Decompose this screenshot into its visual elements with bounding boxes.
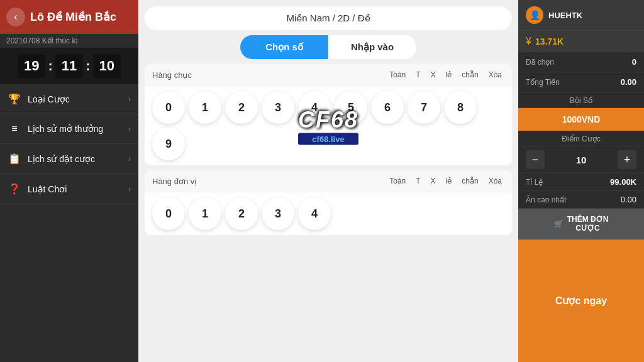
boi-so-label: Bội Số [518,92,644,108]
hang-chuc-section: Hàng chục Toàn T X lẻ chẵn Xóa 0 1 2 3 4… [145,64,512,165]
timer-seconds: 10 [93,54,121,78]
hang-chuc-actions: Toàn T X lẻ chẵn Xóa [209,69,504,80]
game-title: Miền Nam / 2D / Đề [145,6,512,30]
list-icon: ≡ [8,123,21,134]
back-icon: ‹ [14,11,17,23]
bet-amount-button[interactable]: 1000VND [518,108,644,131]
da-chon-label: Đã chọn [526,58,554,67]
them-don-label: THÊM ĐƠNCƯỢC [567,215,609,233]
hang-chuc-grid: 0 1 2 3 4 5 6 7 8 9 CF68 cf68.live [145,86,512,165]
num-chuc-6[interactable]: 6 [371,91,404,124]
arrow-icon-2: › [128,155,131,163]
arrow-icon-0: › [128,95,131,104]
an-cao-value: 0.00 [621,195,636,204]
num-donvi-2[interactable]: 2 [225,197,258,230]
action-x-1[interactable]: X [428,69,438,80]
timer-hours: 19 [18,54,45,78]
num-donvi-4[interactable]: 4 [298,197,331,230]
timer-colon2: : [86,58,90,74]
num-chuc-4[interactable]: 4 [298,91,331,124]
tab-nhap-vao[interactable]: Nhập vào [328,35,416,59]
action-chan-1[interactable]: chẵn [459,69,480,80]
ti-le-value: 99.00K [610,177,636,187]
num-chuc-8[interactable]: 8 [444,91,477,124]
num-chuc-5[interactable]: 5 [335,91,367,124]
stepper-plus-button[interactable]: + [618,150,636,169]
tong-tien-row: Tổng Tiền 0.00 [518,72,644,92]
tong-tien-label: Tổng Tiền [526,78,560,87]
da-chon-row: Đã chọn 0 [518,52,644,72]
action-le-1[interactable]: lẻ [443,69,455,80]
num-donvi-1[interactable]: 1 [189,197,221,230]
sidebar-item-lich-su-mo-thuong[interactable]: ≡ Lịch sử mở thưởng › [0,114,138,144]
action-toan-1[interactable]: Toàn [387,69,408,80]
action-t-2[interactable]: T [413,175,423,187]
date-bar: 20210708 Kết thúc kì [0,34,138,48]
coin-icon: ¥ [526,36,531,47]
hang-don-vi-grid: 0 1 2 3 4 [145,192,512,235]
clipboard-icon: 📋 [8,153,21,165]
balance-amount: 13.71K [535,36,564,47]
action-t-1[interactable]: T [413,69,423,80]
sidebar-item-luat-choi[interactable]: ❓ Luật Chơi › [0,174,138,204]
diem-cuoc-label: Điểm Cược [518,131,644,146]
an-cao-row: Ăn cao nhất 0.00 [518,191,644,209]
action-toan-2[interactable]: Toàn [387,175,408,187]
arrow-icon-3: › [128,185,131,194]
timer-display: 19 : 11 : 10 [0,48,138,84]
an-cao-label: Ăn cao nhất [526,195,566,204]
right-panel: 👤 HUEHTK ¥ 13.71K Đã chọn 0 Tổng Tiền 0.… [518,0,644,362]
nav-label-loai-cuoc: Loại Cược [28,94,122,104]
timer-minutes: 11 [55,54,83,78]
nav-label-lich-su-mo-thuong: Lịch sử mở thưởng [28,124,122,134]
num-chuc-3[interactable]: 3 [262,91,294,124]
num-chuc-1[interactable]: 1 [189,91,221,124]
main-content: Miền Nam / 2D / Đề Chọn số Nhập vào Hàng… [138,0,518,362]
num-donvi-0[interactable]: 0 [152,197,185,230]
action-chan-2[interactable]: chẵn [459,175,480,187]
sidebar-item-loai-cuoc[interactable]: 🏆 Loại Cược › [0,84,138,114]
balance-bar: ¥ 13.71K [518,30,644,52]
action-le-2[interactable]: lẻ [443,175,455,187]
ti-le-row: Tỉ Lệ 99.00K [518,173,644,191]
sidebar-nav: 🏆 Loại Cược › ≡ Lịch sử mở thưởng › 📋 Lị… [0,84,138,362]
trophy-icon: 🏆 [8,93,21,105]
stepper-minus-button[interactable]: − [526,150,545,169]
tab-chon-so[interactable]: Chọn số [240,35,328,59]
nav-label-luat-choi: Luật Chơi [28,184,122,194]
username: HUEHTK [548,11,582,20]
them-don-cuoc-button[interactable]: 🛒 THÊM ĐƠNCƯỢC [518,209,644,239]
da-chon-value: 0 [632,57,636,67]
action-xoa-2[interactable]: Xóa [486,175,504,187]
stepper-row: − 10 + [518,146,644,173]
hang-don-vi-actions: Toàn T X lẻ chẵn Xóa [209,175,504,187]
num-chuc-7[interactable]: 7 [408,91,440,124]
stepper-value: 10 [545,155,618,165]
action-x-2[interactable]: X [428,175,438,187]
sidebar-item-lich-su-dat-cuoc[interactable]: 📋 Lịch sử đặt cược › [0,144,138,174]
num-chuc-2[interactable]: 2 [225,91,258,124]
hang-don-vi-section: Hàng đơn vị Toàn T X lẻ chẵn Xóa 0 1 2 3… [145,170,512,235]
user-avatar: 👤 [526,6,543,24]
tab-row: Chọn số Nhập vào [240,35,416,59]
num-donvi-3[interactable]: 3 [262,197,294,230]
num-chuc-0[interactable]: 0 [152,91,185,124]
cuoc-ngay-button[interactable]: Cược ngay [518,239,644,362]
hang-chuc-header: Hàng chục Toàn T X lẻ chẵn Xóa [145,64,512,86]
timer-colon1: : [48,58,52,74]
hang-don-vi-label: Hàng đơn vị [152,177,203,186]
tong-tien-value: 0.00 [621,77,636,87]
num-chuc-9[interactable]: 9 [152,128,185,160]
sidebar-title: Lô Đề Miền Bắc [30,10,116,24]
arrow-icon-1: › [128,124,131,133]
ti-le-label: Tỉ Lệ [526,178,543,187]
question-icon: ❓ [8,183,21,195]
hang-don-vi-header: Hàng đơn vị Toàn T X lẻ chẵn Xóa [145,170,512,192]
cart-icon: 🛒 [554,219,564,228]
user-bar: 👤 HUEHTK [518,0,644,30]
sidebar: ‹ Lô Đề Miền Bắc 20210708 Kết thúc kì 19… [0,0,138,362]
sidebar-header: ‹ Lô Đề Miền Bắc [0,0,138,34]
action-xoa-1[interactable]: Xóa [486,69,504,80]
back-button[interactable]: ‹ [6,8,25,26]
nav-label-lich-su-dat-cuoc: Lịch sử đặt cược [28,154,122,164]
